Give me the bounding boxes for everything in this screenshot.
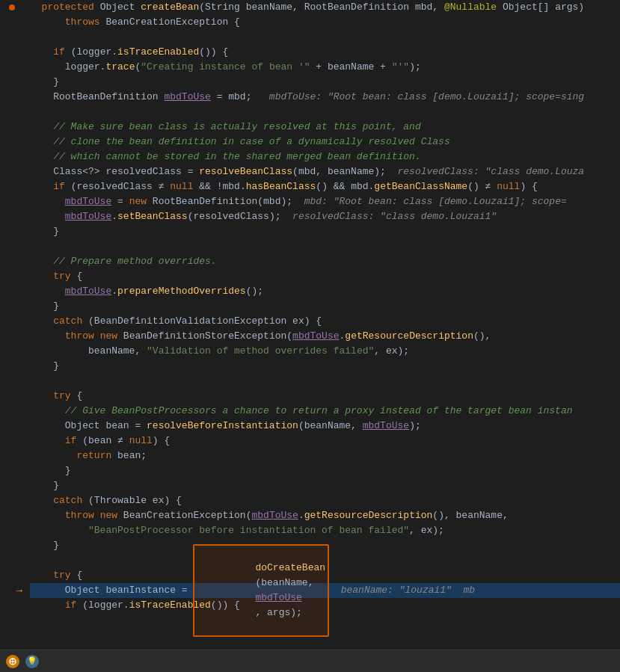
code-token: { bbox=[71, 269, 83, 284]
bottom-bar: 💡 bbox=[0, 650, 620, 672]
code-token: BeanDefinitionStoreException( bbox=[117, 329, 292, 344]
code-line: return bean; bbox=[30, 448, 620, 463]
code-token: (logger. bbox=[76, 598, 129, 613]
code-token: mbdToUse bbox=[65, 194, 111, 209]
code-token: mbdToUse bbox=[363, 419, 409, 434]
debug-arrow: → bbox=[0, 583, 24, 598]
code-token: doCreateBean bbox=[255, 562, 325, 573]
code-token: (logger. bbox=[65, 45, 117, 60]
gutter-row bbox=[0, 419, 24, 434]
code-token bbox=[30, 284, 65, 299]
code-token: = mbd; bbox=[211, 90, 252, 105]
gutter-row bbox=[0, 508, 24, 523]
lightbulb-glyph: 💡 bbox=[27, 656, 37, 666]
code-token: getResourceDescription bbox=[304, 508, 433, 523]
code-token: catch bbox=[53, 314, 82, 329]
code-token: ( bbox=[135, 60, 141, 75]
editor-container: → protected Object createBean (String be… bbox=[0, 0, 620, 672]
code-token: , ex); bbox=[409, 523, 444, 538]
bug-svg bbox=[9, 658, 16, 665]
code-token: (BeanDefinitionValidationException ex) { bbox=[82, 314, 322, 329]
code-line: } bbox=[30, 75, 620, 90]
code-token bbox=[30, 329, 65, 344]
code-line: } bbox=[30, 463, 620, 478]
code-line bbox=[30, 374, 620, 389]
code-token: new bbox=[100, 508, 117, 523]
code-line: try { bbox=[30, 389, 620, 404]
code-token: (), beanName, bbox=[432, 508, 508, 523]
code-token: throw bbox=[65, 329, 94, 344]
code-token bbox=[30, 15, 65, 30]
code-line: "BeanPostProcessor before instantiation … bbox=[30, 523, 620, 538]
lightbulb-icon[interactable]: 💡 bbox=[25, 655, 39, 668]
code-token: (); bbox=[246, 284, 263, 299]
code-content[interactable]: protected Object createBean (String bean… bbox=[24, 0, 620, 650]
gutter-row bbox=[0, 30, 24, 45]
code-token: getResourceDescription bbox=[345, 329, 473, 344]
code-token: protected bbox=[42, 0, 94, 15]
code-token: @Nullable bbox=[444, 0, 497, 15]
code-area: → protected Object createBean (String be… bbox=[0, 0, 620, 650]
code-token: setBeanClass bbox=[117, 209, 188, 224]
code-token: prepareMethodOverrides bbox=[117, 284, 246, 299]
code-token bbox=[30, 568, 53, 583]
code-token: resolveBeanClass bbox=[199, 164, 292, 179]
gutter-row bbox=[0, 463, 24, 478]
debug-icon[interactable] bbox=[6, 655, 19, 668]
code-line bbox=[30, 30, 620, 45]
gutter-row bbox=[0, 448, 24, 463]
debug-hint: resolvedClass: "class demo.Louza bbox=[386, 164, 584, 179]
code-token: // Prepare method overrides. bbox=[30, 254, 217, 269]
code-token bbox=[30, 179, 53, 194]
code-token: ()) { bbox=[199, 45, 228, 60]
debug-hint: resolvedClass: "class demo.Louzai1" bbox=[281, 209, 497, 224]
code-token: isTraceEnabled bbox=[117, 45, 199, 60]
code-token: . bbox=[340, 329, 346, 344]
code-token: new bbox=[129, 194, 147, 209]
code-line: if (logger. isTraceEnabled ()) { bbox=[30, 45, 620, 60]
code-token bbox=[30, 194, 65, 209]
gutter-row bbox=[0, 284, 24, 299]
code-token: RootBeanDefinition(mbd); bbox=[147, 194, 292, 209]
code-line: mbdToUse . setBeanClass (resolvedClass);… bbox=[30, 209, 620, 224]
code-token: beanName, bbox=[30, 344, 147, 359]
gutter-row bbox=[0, 0, 24, 15]
code-token bbox=[30, 508, 65, 523]
code-token: ) { bbox=[153, 434, 170, 448]
code-token: } bbox=[30, 463, 71, 478]
debug-code-line: Object beanInstance = doCreateBean (bean… bbox=[30, 583, 620, 598]
code-line: logger. trace ( "Creating instance of be… bbox=[30, 60, 620, 75]
code-token: isTraceEnabled bbox=[129, 598, 211, 613]
gutter-row bbox=[0, 164, 24, 179]
code-token bbox=[30, 448, 76, 463]
code-token: mbdToUse bbox=[65, 209, 111, 224]
gutter-row bbox=[0, 120, 24, 135]
gutter-row bbox=[0, 254, 24, 269]
code-token: ()) { bbox=[211, 598, 240, 613]
code-line: } bbox=[30, 359, 620, 374]
code-line: } bbox=[30, 299, 620, 314]
gutter-row bbox=[0, 15, 24, 30]
code-line: throw new BeanDefinitionStoreException( … bbox=[30, 329, 620, 344]
highlight-region: doCreateBean (beanName, mbdToUse , args)… bbox=[193, 544, 329, 637]
code-token: BeanCreationException { bbox=[100, 15, 240, 30]
debug-hint: mbdToUse: "Root bean: class [demo.Louzai… bbox=[251, 90, 584, 105]
code-token: hasBeanClass bbox=[246, 179, 316, 194]
code-token bbox=[30, 209, 65, 224]
code-token: bean; bbox=[111, 448, 147, 463]
code-token: BeanCreationException( bbox=[117, 508, 251, 523]
gutter-row bbox=[0, 269, 24, 284]
code-line: // clone the bean definition in case of … bbox=[30, 135, 620, 149]
code-line: // which cannot be stored in the shared … bbox=[30, 149, 620, 164]
code-token: return bbox=[76, 448, 111, 463]
code-token: // which cannot be stored in the shared … bbox=[30, 149, 421, 164]
code-line: // Make sure bean class is actually reso… bbox=[30, 120, 620, 135]
code-token: if bbox=[65, 598, 77, 613]
code-line: mbdToUse = new RootBeanDefinition(mbd); … bbox=[30, 194, 620, 209]
gutter-row bbox=[0, 314, 24, 329]
code-token: // Make sure bean class is actually reso… bbox=[30, 120, 421, 135]
code-token: null bbox=[129, 434, 153, 448]
code-token bbox=[30, 493, 53, 508]
code-token: resolveBeforeInstantiation bbox=[147, 419, 298, 434]
gutter-row bbox=[0, 374, 24, 389]
